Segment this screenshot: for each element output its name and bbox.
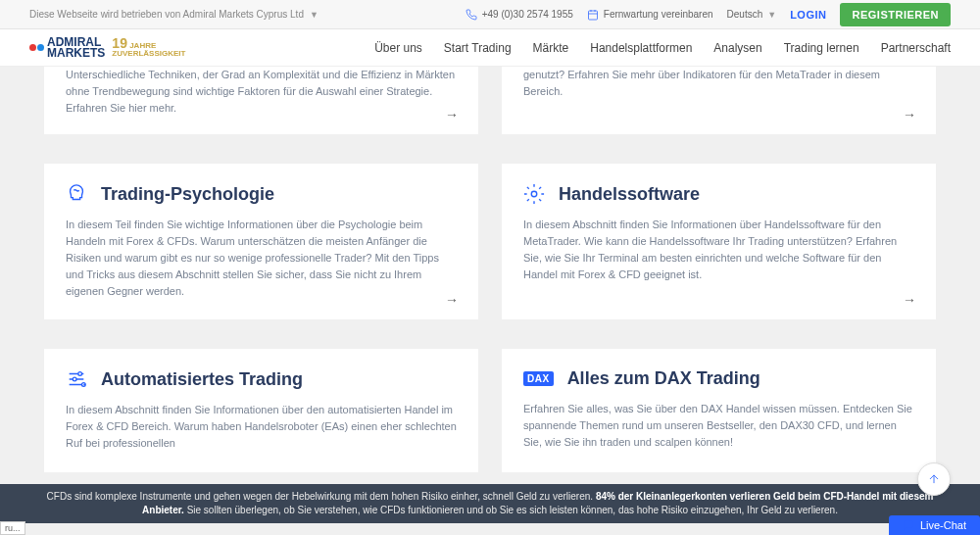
- dax-badge-icon: DAX: [523, 371, 554, 386]
- brain-icon: [66, 183, 87, 205]
- logo-dot-red: [29, 44, 36, 51]
- card-desc: In diesem Abschnitt finden Sie Informati…: [66, 402, 457, 452]
- nav-learn[interactable]: Trading lernen: [784, 41, 859, 55]
- nav-start-trading[interactable]: Start Trading: [444, 41, 512, 55]
- card-software[interactable]: Handelssoftware In diesem Abschnitt find…: [502, 164, 936, 319]
- card-indicators-partial[interactable]: genutzt? Erfahren Sie mehr über Indikato…: [502, 67, 936, 134]
- chevron-down-icon: ▼: [767, 10, 776, 20]
- card-title: Handelssoftware: [559, 184, 700, 205]
- card-automated[interactable]: Automatisiertes Trading In diesem Abschn…: [44, 349, 478, 471]
- phone-icon: [466, 9, 477, 21]
- arrow-up-icon: [927, 472, 941, 486]
- register-button[interactable]: REGISTRIEREN: [840, 3, 951, 26]
- phone-link[interactable]: +49 (0)30 2574 1955: [466, 9, 573, 21]
- calendar-icon: [587, 9, 599, 21]
- card-title: Trading-Psychologie: [101, 184, 274, 205]
- risk-text-c: Sie sollten überlegen, ob Sie verstehen,…: [184, 505, 838, 515]
- arrow-right-icon[interactable]: →: [445, 107, 459, 122]
- sliders-icon: [66, 368, 87, 390]
- nav-analysis[interactable]: Analysen: [713, 41, 761, 55]
- logo-dot-blue: [37, 44, 44, 51]
- live-chat-button[interactable]: Live-Chat: [889, 515, 980, 535]
- arrow-right-icon[interactable]: →: [903, 107, 916, 122]
- url-status-bar: ru...: [0, 521, 25, 535]
- svg-point-1: [531, 191, 537, 197]
- logo-tagline: ZUVERLÄSSIGKEIT: [112, 49, 185, 58]
- phone-number: +49 (0)30 2574 1955: [482, 9, 573, 20]
- card-title: Alles zum DAX Trading: [567, 368, 760, 389]
- card-psychology[interactable]: Trading-Psychologie In diesem Teil finde…: [44, 164, 478, 319]
- login-button[interactable]: LOGIN: [790, 9, 826, 21]
- scroll-top-button[interactable]: [917, 462, 951, 496]
- chevron-down-icon[interactable]: ▼: [310, 10, 318, 20]
- risk-text-a: CFDs sind komplexe Instrumente und gehen…: [47, 491, 596, 502]
- remote-support-label: Fernwartung vereinbaren: [604, 9, 713, 20]
- remote-support-link[interactable]: Fernwartung vereinbaren: [587, 9, 713, 21]
- card-desc: Unterschiedliche Techniken, der Grad an …: [66, 67, 457, 117]
- gear-icon: [523, 183, 545, 205]
- nav-partnership[interactable]: Partnerschaft: [881, 41, 951, 55]
- nav-platforms[interactable]: Handelsplattformen: [590, 41, 692, 55]
- svg-point-2: [78, 372, 82, 376]
- risk-warning-banner: CFDs sind komplexe Instrumente und gehen…: [0, 484, 980, 523]
- nav-about[interactable]: Über uns: [374, 41, 422, 55]
- chat-icon: [903, 519, 914, 531]
- nav-markets[interactable]: Märkte: [533, 41, 569, 55]
- svg-rect-0: [588, 11, 597, 20]
- language-select[interactable]: Deutsch ▼: [727, 9, 777, 20]
- logo[interactable]: ADMIRAL MARKETS 19 JAHRE ZUVERLÄSSIGKEIT: [29, 37, 185, 59]
- operated-by-text: Diese Webseite wird betrieben von Admira…: [29, 9, 304, 20]
- svg-point-3: [73, 378, 76, 382]
- card-title: Automatisiertes Trading: [101, 369, 303, 390]
- card-desc: Erfahren Sie alles, was Sie über den DAX…: [523, 401, 914, 451]
- card-desc: In diesem Teil finden Sie wichtige Infor…: [66, 217, 457, 300]
- card-dax[interactable]: DAX Alles zum DAX Trading Erfahren Sie a…: [502, 349, 936, 471]
- language-label: Deutsch: [727, 9, 763, 20]
- card-desc: genutzt? Erfahren Sie mehr über Indikato…: [523, 67, 914, 100]
- arrow-right-icon[interactable]: →: [445, 292, 459, 308]
- card-desc: In diesem Abschnitt finden Sie Informati…: [523, 217, 914, 283]
- logo-line2: MARKETS: [47, 48, 105, 59]
- card-strategies-partial[interactable]: Unterschiedliche Techniken, der Grad an …: [44, 67, 478, 134]
- svg-point-4: [82, 383, 86, 387]
- arrow-right-icon[interactable]: →: [903, 292, 916, 308]
- live-chat-label: Live-Chat: [920, 519, 966, 531]
